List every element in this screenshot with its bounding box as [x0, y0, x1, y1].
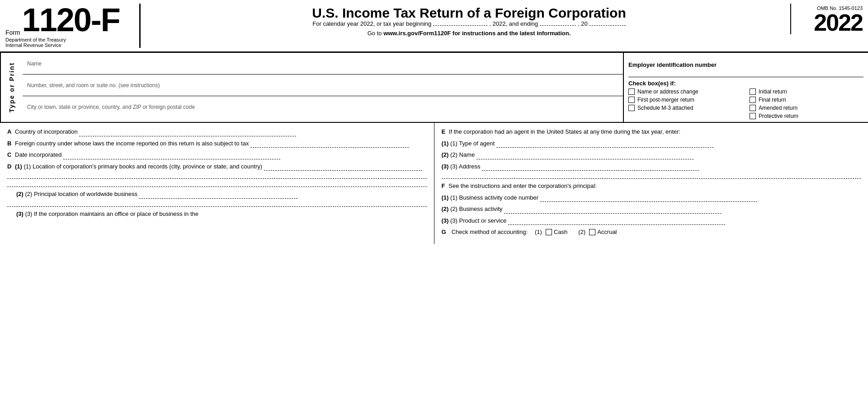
field-d3: (3) (3) If the corporation maintains an … — [7, 210, 427, 219]
field-g1-check-group[interactable]: Cash — [546, 228, 567, 237]
form-number: 1120-F — [22, 4, 120, 36]
checkbox-initial-return-label: Initial return — [759, 89, 787, 95]
field-d1-line3 — [7, 182, 427, 187]
checkbox-first-post-merger[interactable]: First post-merger return — [628, 97, 742, 103]
name-label: Name — [27, 61, 42, 67]
field-b-text: Foreign country under whose laws the inc… — [15, 140, 249, 147]
city-field-row: City or town, state or province, country… — [23, 96, 623, 118]
field-a-line — [79, 136, 296, 136]
field-d-label: D — [7, 163, 11, 170]
website-suffix: for instructions and the latest informat… — [453, 30, 571, 37]
field-f3-sub: (3) — [442, 217, 451, 224]
field-c-text: Date incorporated — [15, 151, 61, 158]
field-c: C Date incorporated — [7, 150, 427, 159]
checkbox-name-address[interactable]: Name or address change — [628, 89, 742, 95]
checkbox-name-address-label: Name or address change — [637, 89, 698, 95]
field-e-label: E — [442, 128, 446, 135]
website-url: www.irs.gov/Form1120F — [383, 30, 451, 37]
field-f2-sub: (2) — [442, 205, 451, 212]
field-f: F See the instructions and enter the cor… — [442, 182, 861, 191]
field-f1-sub: (1) — [442, 194, 451, 201]
field-e: E If the corporation had an agent in the… — [442, 127, 861, 136]
field-d3-sub: (3) — [16, 210, 25, 217]
dept-line2: Internal Revenue Service — [5, 42, 132, 48]
check-boxes-title: Check box(es) if: — [628, 80, 863, 87]
field-e3-line — [482, 170, 699, 171]
header-title: U.S. Income Tax Return of a Foreign Corp… — [148, 5, 790, 20]
checkbox-g-cash[interactable] — [546, 229, 552, 235]
field-c-line — [63, 159, 280, 159]
field-e-text: If the corporation had an agent in the U… — [449, 128, 680, 135]
field-b-line — [250, 147, 409, 148]
field-e1: (1) (1) Type of agent — [442, 139, 861, 148]
checkbox-schedule-m3-box[interactable] — [628, 105, 635, 111]
checkbox-name-address-box[interactable] — [628, 89, 635, 95]
year-big: 2022 — [814, 11, 863, 34]
street-field-row: Number, street, and room or suite no. (s… — [23, 75, 623, 96]
field-f3-text: (3) Product or service — [450, 217, 506, 224]
field-e2-sub: (2) — [442, 151, 451, 158]
field-b: B Foreign country under whose laws the i… — [7, 139, 427, 148]
checkbox-amended-return-box[interactable] — [750, 105, 756, 111]
field-f1: (1) (1) Business activity code number — [442, 193, 861, 202]
tax-year-end-line — [540, 25, 576, 26]
field-e3-sub: (3) — [442, 163, 451, 170]
page: Form 1120-F Department of the Treasury I… — [0, 0, 868, 406]
form-word: Form — [5, 29, 20, 36]
field-g-text: Check method of accounting: — [452, 228, 528, 237]
tax-year-comma: , 2022, and ending — [489, 20, 538, 27]
header-center: U.S. Income Tax Return of a Foreign Corp… — [148, 4, 790, 38]
field-d2-sub: (2) — [16, 191, 25, 197]
field-g-label: G — [442, 228, 446, 237]
field-b-label: B — [7, 140, 11, 147]
checkbox-empty — [628, 113, 742, 119]
field-e1-line — [496, 147, 713, 148]
field-g1-number: (1) — [535, 228, 542, 237]
field-f1-text: (1) Business activity code number — [450, 194, 538, 201]
checkbox-final-return[interactable]: Final return — [750, 97, 863, 103]
field-f-label: F — [442, 182, 445, 189]
form-label-row: Form 1120-F — [5, 4, 132, 36]
tax-year-start-line — [433, 25, 487, 26]
checkbox-amended-return-label: Amended return — [759, 105, 797, 111]
field-e1-sub: (1) — [442, 140, 451, 147]
field-d1-line2 — [7, 173, 427, 179]
field-d3-text: (3) If the corporation maintains an offi… — [25, 210, 198, 217]
checkbox-first-post-merger-box[interactable] — [628, 97, 635, 103]
field-d2: (2) (2) Principal location of worldwide … — [7, 190, 427, 199]
field-c-label: C — [7, 151, 11, 158]
field-a: A Country of incorporation — [7, 127, 427, 136]
checkbox-amended-return[interactable]: Amended return — [750, 105, 863, 111]
field-d: D (1) (1) Location of corporation's prim… — [7, 162, 427, 171]
checkbox-protective-return-box[interactable] — [750, 113, 756, 119]
field-d2-line2 — [7, 201, 427, 207]
header-left: Form 1120-F Department of the Treasury I… — [5, 4, 132, 48]
type-or-print-label: Type or Print — [0, 53, 23, 122]
tax-year-line: For calendar year 2022, or tax year begi… — [148, 20, 790, 27]
year-part1: 20 — [814, 9, 838, 36]
header-sub: Go to www.irs.gov/Form1120F for instruct… — [148, 30, 790, 37]
name-field-row: Name — [23, 53, 623, 75]
tax-year-20: , 20 — [578, 20, 588, 27]
checkbox-g-accrual[interactable] — [589, 229, 595, 235]
checkbox-first-post-merger-label: First post-merger return — [637, 97, 694, 103]
dept-line1: Department of the Treasury — [5, 37, 132, 42]
field-d1-sub: (1) — [15, 163, 24, 170]
address-fields: Name Number, street, and room or suite n… — [23, 53, 624, 122]
checkbox-schedule-m3[interactable]: Schedule M-3 attached — [628, 105, 742, 111]
fields-section: A Country of incorporation B Foreign cou… — [0, 122, 868, 244]
field-f3-line — [508, 224, 725, 225]
field-g2-check-group[interactable]: Accrual — [589, 228, 617, 237]
field-f2: (2) (2) Business activity — [442, 205, 861, 214]
field-e3: (3) (3) Address — [442, 162, 861, 171]
field-f1-line — [540, 201, 757, 202]
checkbox-initial-return-box[interactable] — [750, 89, 756, 95]
header: Form 1120-F Department of the Treasury I… — [0, 0, 868, 53]
field-d2-text: (2) Principal location of worldwide busi… — [25, 191, 138, 197]
checkbox-protective-return[interactable]: Protective return — [750, 113, 863, 119]
field-f2-text: (2) Business activity — [450, 205, 503, 212]
checkbox-final-return-box[interactable] — [750, 97, 756, 103]
fields-right: E If the corporation had an agent in the… — [434, 123, 868, 244]
checkbox-initial-return[interactable]: Initial return — [750, 89, 863, 95]
checkbox-grid: Name or address change Initial return Fi… — [628, 89, 863, 119]
